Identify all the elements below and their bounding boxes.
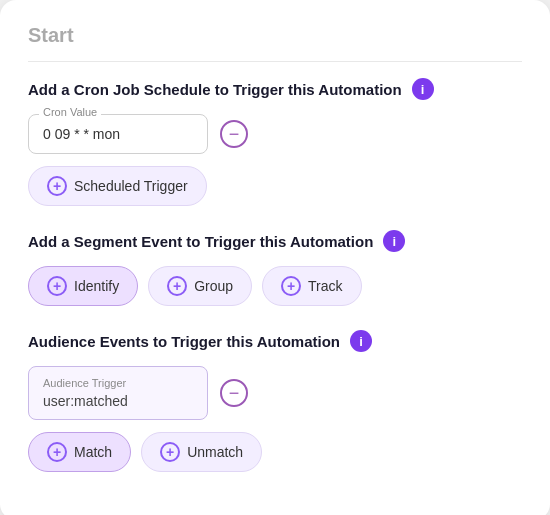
- cron-input-label: Cron Value: [39, 106, 101, 118]
- cron-section: Add a Cron Job Schedule to Trigger this …: [28, 78, 522, 206]
- audience-info-icon[interactable]: i: [350, 330, 372, 352]
- audience-input-label: Audience Trigger: [43, 377, 193, 389]
- match-plus-icon: +: [47, 442, 67, 462]
- audience-section-title: Audience Events to Trigger this Automati…: [28, 333, 340, 350]
- identify-plus-icon: +: [47, 276, 67, 296]
- track-plus-icon: +: [281, 276, 301, 296]
- audience-remove-button[interactable]: −: [220, 379, 248, 407]
- cron-input-field[interactable]: Cron Value 0 09 * * mon: [28, 114, 208, 154]
- scheduled-trigger-label: Scheduled Trigger: [74, 178, 188, 194]
- cron-section-title: Add a Cron Job Schedule to Trigger this …: [28, 81, 402, 98]
- match-label: Match: [74, 444, 112, 460]
- audience-section: Audience Events to Trigger this Automati…: [28, 330, 522, 472]
- cron-input-group: Cron Value 0 09 * * mon −: [28, 114, 522, 154]
- unmatch-button[interactable]: + Unmatch: [141, 432, 262, 472]
- cron-buttons-row: + Scheduled Trigger: [28, 166, 522, 206]
- segment-info-icon[interactable]: i: [383, 230, 405, 252]
- cron-input-value: 0 09 * * mon: [43, 126, 120, 142]
- group-button[interactable]: + Group: [148, 266, 252, 306]
- unmatch-plus-icon: +: [160, 442, 180, 462]
- identify-label: Identify: [74, 278, 119, 294]
- segment-section-title: Add a Segment Event to Trigger this Auto…: [28, 233, 373, 250]
- scheduled-trigger-plus-icon: +: [47, 176, 67, 196]
- audience-section-header: Audience Events to Trigger this Automati…: [28, 330, 522, 352]
- cron-info-icon[interactable]: i: [412, 78, 434, 100]
- scheduled-trigger-button[interactable]: + Scheduled Trigger: [28, 166, 207, 206]
- segment-section: Add a Segment Event to Trigger this Auto…: [28, 230, 522, 306]
- audience-input-value: user:matched: [43, 393, 193, 409]
- segment-section-header: Add a Segment Event to Trigger this Auto…: [28, 230, 522, 252]
- segment-buttons-row: + Identify + Group + Track: [28, 266, 522, 306]
- group-plus-icon: +: [167, 276, 187, 296]
- unmatch-label: Unmatch: [187, 444, 243, 460]
- match-button[interactable]: + Match: [28, 432, 131, 472]
- cron-section-header: Add a Cron Job Schedule to Trigger this …: [28, 78, 522, 100]
- audience-buttons-row: + Match + Unmatch: [28, 432, 522, 472]
- group-label: Group: [194, 278, 233, 294]
- page-title: Start: [28, 24, 522, 62]
- identify-button[interactable]: + Identify: [28, 266, 138, 306]
- track-label: Track: [308, 278, 342, 294]
- track-button[interactable]: + Track: [262, 266, 361, 306]
- audience-input-field[interactable]: Audience Trigger user:matched: [28, 366, 208, 420]
- cron-remove-button[interactable]: −: [220, 120, 248, 148]
- audience-input-group: Audience Trigger user:matched −: [28, 366, 522, 420]
- main-container: Start Add a Cron Job Schedule to Trigger…: [0, 0, 550, 515]
